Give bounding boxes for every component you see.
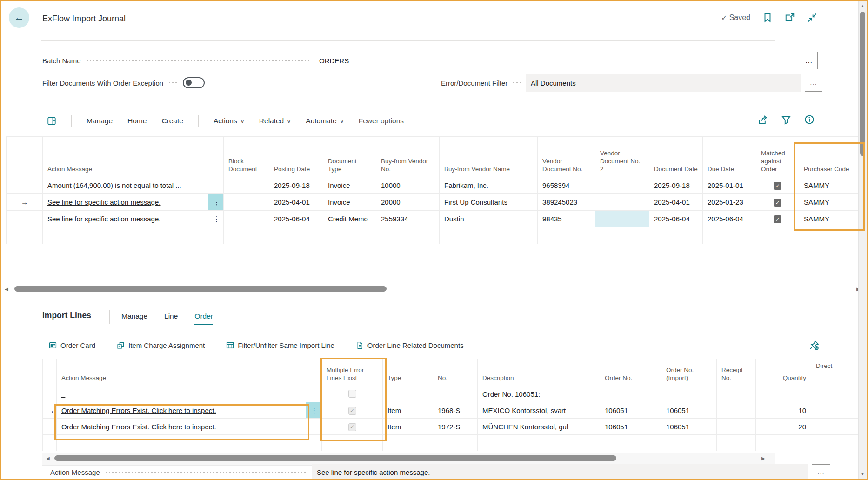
row-menu-cell[interactable]: ⋮ — [306, 402, 322, 419]
description-cell[interactable]: Order No. 106051: — [478, 386, 600, 402]
column-header-matched-against-order[interactable]: Matched against Order — [756, 137, 799, 177]
order-no-cell[interactable]: 106051 — [600, 402, 661, 419]
column-header-quantity[interactable]: Quantity — [756, 359, 811, 386]
purchaser-code-cell[interactable]: SAMMY — [799, 211, 861, 227]
matched-against-order-cell[interactable]: ✓ — [756, 194, 799, 211]
vendor-document-no-cell[interactable]: 389245023 — [538, 194, 595, 211]
buy-from-vendor-no-cell[interactable]: 20000 — [376, 194, 440, 211]
column-header-multiple-error-lines-exist[interactable]: Multiple Error Lines Exist — [322, 359, 383, 386]
type-cell[interactable] — [383, 386, 433, 402]
column-header-action-message[interactable]: Action Message — [57, 359, 306, 386]
error-document-filter-lookup-button[interactable]: ... — [805, 74, 822, 92]
document-type-cell[interactable]: Invoice — [323, 177, 376, 194]
vertical-scrollbar[interactable]: ▲ ▼ — [858, 1, 867, 479]
purchaser-code-cell[interactable]: SAMMY — [799, 177, 861, 194]
scroll-left-arrow[interactable]: ◀ — [46, 456, 50, 461]
order-no-cell[interactable] — [600, 386, 661, 402]
document-date-cell[interactable]: 2025-04-01 — [649, 194, 703, 211]
matched-against-order-cell[interactable]: ✓ — [756, 211, 799, 227]
buy-from-vendor-no-cell[interactable]: 2559334 — [376, 211, 440, 227]
menu-manage[interactable]: Manage — [87, 117, 113, 125]
info-icon[interactable] — [804, 114, 815, 125]
column-header-buy-from-vendor-name[interactable]: Buy-from Vendor Name — [440, 137, 538, 177]
scroll-right-arrow[interactable]: ▶ — [761, 456, 765, 461]
column-header-receipt-no[interactable]: Receipt No. — [717, 359, 756, 386]
buy-from-vendor-no-cell[interactable]: 10000 — [376, 177, 440, 194]
row-menu-cell[interactable]: ⋮ — [208, 211, 224, 227]
horizontal-scrollbar-thumb[interactable] — [14, 286, 387, 292]
tab-order[interactable]: Order — [194, 312, 213, 325]
item-charge-assignment-button[interactable]: Item Charge Assignment — [117, 341, 205, 349]
open-in-new-window-icon[interactable] — [785, 13, 795, 23]
buy-from-vendor-name-cell[interactable]: First Up Consultants — [440, 194, 538, 211]
horizontal-scrollbar-thumb[interactable] — [54, 455, 616, 461]
fewer-options-button[interactable]: Fewer options — [359, 117, 404, 125]
column-header-document-date[interactable]: Document Date — [649, 137, 703, 177]
order-line-related-documents-button[interactable]: Order Line Related Documents — [356, 341, 464, 349]
menu-related[interactable]: Related ∨ — [259, 117, 291, 125]
column-header-order-no-import[interactable]: Order No. (Import) — [661, 359, 717, 386]
batch-name-input[interactable]: ORDERS ... — [314, 52, 818, 69]
due-date-cell[interactable]: 2025-01-01 — [703, 177, 756, 194]
column-header-type[interactable]: Type — [383, 359, 433, 386]
receipt-no-cell[interactable] — [717, 386, 756, 402]
action-message-cell[interactable]: Order Matching Errors Exist. Click here … — [57, 419, 306, 435]
footer-action-message-lookup-button[interactable]: ... — [812, 464, 830, 480]
menu-create[interactable]: Create — [161, 117, 183, 125]
column-header-order-no[interactable]: Order No. — [600, 359, 661, 386]
order-no-import-cell[interactable] — [661, 386, 717, 402]
direct-cell[interactable] — [811, 386, 861, 402]
filter-unfilter-same-import-line-button[interactable]: Filter/Unfilter Same Import Line — [226, 341, 334, 349]
action-message-cell[interactable]: Order Matching Errors Exist. Click here … — [57, 402, 306, 419]
no-cell[interactable]: 1968-S — [433, 402, 478, 419]
quantity-cell[interactable] — [756, 386, 811, 402]
purchaser-code-cell[interactable]: SAMMY — [799, 194, 861, 211]
vendor-document-no-cell[interactable]: 98435 — [538, 211, 595, 227]
vendor-document-no-2-cell[interactable] — [595, 177, 649, 194]
vertical-scrollbar-thumb[interactable] — [860, 12, 865, 156]
tab-line[interactable]: Line — [164, 312, 178, 325]
column-header-due-date[interactable]: Due Date — [703, 137, 756, 177]
tab-manage[interactable]: Manage — [121, 312, 147, 325]
column-header-posting-date[interactable]: Posting Date — [269, 137, 323, 177]
menu-automate[interactable]: Automate ∨ — [306, 117, 343, 125]
order-no-cell[interactable]: 106051 — [600, 419, 661, 435]
column-header-direct[interactable]: Direct — [811, 359, 861, 386]
no-cell[interactable] — [433, 386, 478, 402]
posting-date-cell[interactable]: 2025-09-18 — [269, 177, 323, 194]
posting-date-cell[interactable]: 2025-06-04 — [269, 211, 323, 227]
scroll-up-arrow[interactable]: ▲ — [861, 4, 865, 8]
block-document-cell[interactable] — [224, 194, 269, 211]
scroll-down-arrow[interactable]: ▼ — [861, 472, 865, 476]
document-type-cell[interactable]: Invoice — [323, 194, 376, 211]
menu-home[interactable]: Home — [127, 117, 147, 125]
column-header-block-document[interactable]: Block Document — [224, 137, 269, 177]
grid-layout-icon[interactable] — [47, 116, 56, 126]
filter-icon[interactable] — [781, 114, 791, 125]
no-cell[interactable]: 1972-S — [433, 419, 478, 435]
action-message-cell[interactable]: See line for specific action message. — [43, 211, 208, 227]
order-exception-toggle[interactable] — [183, 77, 205, 88]
due-date-cell[interactable]: 2025-06-04 — [703, 211, 756, 227]
bookmark-icon[interactable] — [762, 13, 773, 23]
order-card-button[interactable]: Order Card — [49, 341, 95, 349]
block-document-cell[interactable] — [224, 177, 269, 194]
footer-action-message-field[interactable]: See line for specific action message. — [312, 464, 808, 480]
buy-from-vendor-name-cell[interactable]: Fabrikam, Inc. — [440, 177, 538, 194]
document-date-cell[interactable]: 2025-09-18 — [649, 177, 703, 194]
column-header-buy-from-vendor-no[interactable]: Buy-from Vendor No. — [376, 137, 440, 177]
block-document-cell[interactable] — [224, 211, 269, 227]
type-cell[interactable]: Item — [383, 402, 433, 419]
collapse-icon[interactable] — [807, 13, 817, 23]
quantity-cell[interactable]: 20 — [756, 419, 811, 435]
document-type-cell[interactable]: Credit Memo — [323, 211, 376, 227]
unpin-icon[interactable] — [809, 340, 819, 350]
row-menu-cell[interactable] — [306, 419, 322, 435]
matched-against-order-cell[interactable]: ✓ — [756, 177, 799, 194]
column-header-document-type[interactable]: Document Type — [323, 137, 376, 177]
direct-cell[interactable] — [811, 402, 861, 419]
document-date-cell[interactable]: 2025-06-04 — [649, 211, 703, 227]
order-no-import-cell[interactable]: 106051 — [661, 419, 717, 435]
column-header-vendor-document-no-2[interactable]: Vendor Document No. 2 — [595, 137, 649, 177]
direct-cell[interactable] — [811, 419, 861, 435]
